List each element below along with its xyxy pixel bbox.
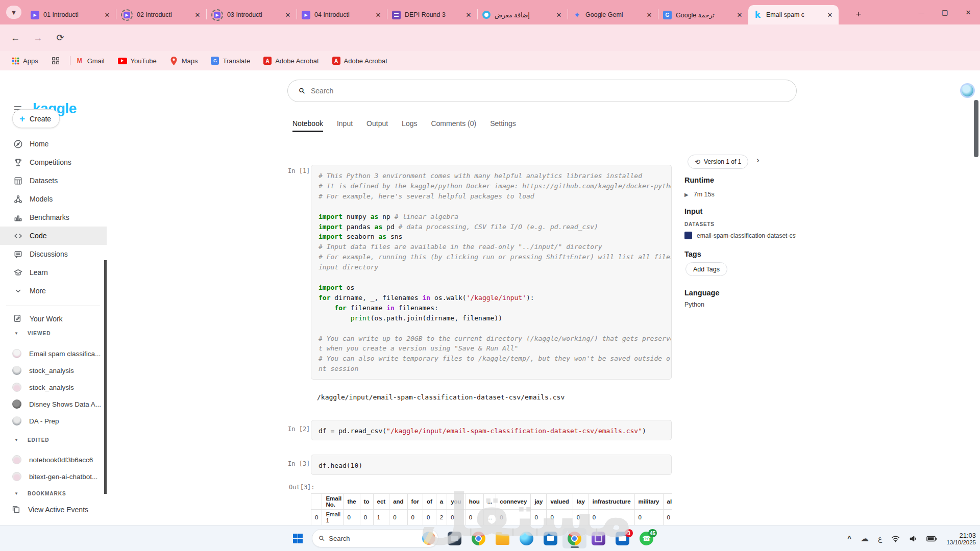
bookmark-youtube[interactable]: YouTube bbox=[118, 57, 157, 65]
page-scrollbar[interactable] bbox=[974, 100, 978, 157]
browser-tab[interactable]: Google ترجمة bbox=[658, 5, 748, 24]
view-active-events-link[interactable]: View Active Events bbox=[0, 502, 107, 518]
tray-chevron-icon[interactable]: ^ bbox=[847, 535, 851, 543]
tab-close-icon[interactable] bbox=[825, 10, 835, 19]
item-label: Email spam classifica... bbox=[29, 350, 101, 358]
list-item[interactable]: Email spam classifica... bbox=[0, 346, 107, 361]
list-item[interactable]: stock_analysis bbox=[0, 380, 107, 395]
bookmarks-section-header[interactable]: BOOKMARKS bbox=[0, 491, 107, 496]
list-item[interactable]: Disney Shows Data A... bbox=[0, 396, 107, 412]
tab-close-icon[interactable] bbox=[103, 10, 112, 19]
new-tab-button[interactable]: + bbox=[851, 7, 866, 21]
dataset-link[interactable]: email-spam-classification-dataset-csv bbox=[684, 232, 796, 239]
bookmark-adobe-acrobat[interactable]: Adobe Acrobat bbox=[263, 57, 318, 65]
taskbar-search[interactable]: Search bbox=[312, 529, 438, 547]
tab-settings[interactable]: Settings bbox=[490, 119, 516, 132]
start-button[interactable] bbox=[287, 528, 308, 548]
tab-close-icon[interactable] bbox=[735, 10, 744, 19]
sidebar-item-benchmarks[interactable]: Benchmarks bbox=[0, 208, 107, 227]
code-cell[interactable]: df = pd.read_csv("/kaggle/input/email-sp… bbox=[311, 420, 672, 440]
maximize-button[interactable] bbox=[933, 0, 957, 24]
browser-tab[interactable]: 01 Introducti bbox=[26, 5, 116, 24]
table-cell: 0 bbox=[423, 510, 436, 525]
tab-notebook[interactable]: Notebook bbox=[292, 119, 323, 132]
version-button[interactable]: Version 1 of 1 bbox=[688, 155, 748, 169]
list-item[interactable]: DA - Prep bbox=[0, 413, 107, 429]
add-tags-button[interactable]: Add Tags bbox=[685, 262, 727, 276]
code-cell[interactable]: # This Python 3 environment comes with m… bbox=[311, 165, 672, 380]
sidebar-item-discussions[interactable]: Discussions bbox=[0, 245, 107, 263]
list-item[interactable]: bitext-gen-ai-chatbot... bbox=[0, 469, 107, 484]
taskbar-app-chrome-active[interactable] bbox=[562, 528, 586, 548]
tab-output[interactable]: Output bbox=[366, 119, 388, 132]
bookmark-maps[interactable]: Maps bbox=[170, 57, 198, 65]
translate-favicon-icon bbox=[663, 11, 672, 19]
list-item[interactable]: stock_analysis bbox=[0, 363, 107, 378]
sidebar-item-home[interactable]: Home bbox=[0, 135, 107, 153]
tab-close-icon[interactable] bbox=[374, 10, 383, 19]
list-item[interactable]: notebook0df3b6acc6 bbox=[0, 452, 107, 467]
taskbar-app-chrome[interactable] bbox=[467, 528, 491, 548]
close-button[interactable] bbox=[957, 0, 980, 24]
tab-close-icon[interactable] bbox=[464, 10, 473, 19]
taskbar-app-mail[interactable]: 3 bbox=[610, 528, 634, 548]
version-next-chevron[interactable]: › bbox=[756, 155, 760, 165]
sidebar-item-datasets[interactable]: Datasets bbox=[0, 171, 107, 190]
taskbar-app-dark[interactable] bbox=[443, 528, 467, 548]
sidebar-item-competitions[interactable]: Competitions bbox=[0, 153, 107, 171]
bookmark-grid[interactable] bbox=[52, 57, 60, 65]
wifi-icon[interactable] bbox=[891, 535, 900, 542]
sidebar-scrollbar[interactable] bbox=[104, 260, 107, 494]
dataframe-output: Email No.thetoectandforofayouhou...conne… bbox=[311, 493, 672, 525]
tab-close-icon[interactable] bbox=[193, 10, 202, 19]
browser-tab[interactable]: إضافة معرض bbox=[477, 5, 568, 24]
browser-tab[interactable]: 02 Introducti bbox=[116, 5, 206, 24]
sidebar-item-more[interactable]: More bbox=[0, 282, 107, 300]
user-avatar[interactable] bbox=[962, 85, 973, 96]
kaggle-search-input[interactable]: Search bbox=[287, 80, 797, 102]
tab-title: 03 Introducti bbox=[227, 11, 281, 18]
create-button[interactable]: + Create bbox=[12, 109, 60, 128]
viewed-section-header[interactable]: VIEWED bbox=[0, 331, 107, 336]
code-line: # It is defined by the kaggle/python Doc… bbox=[318, 181, 664, 191]
volume-icon[interactable] bbox=[909, 535, 917, 542]
sidebar-item-code[interactable]: Code bbox=[0, 227, 107, 245]
browser-tab[interactable]: 04 Introducti bbox=[297, 5, 387, 24]
language-indicator[interactable]: ع bbox=[878, 535, 882, 543]
taskbar-app-edge[interactable] bbox=[514, 528, 538, 548]
browser-tab[interactable]: Google Gemi bbox=[568, 5, 658, 24]
tray-clock[interactable]: 21:03 13/10/2025 bbox=[946, 532, 976, 545]
taskbar-app-whatsapp[interactable]: 45 bbox=[634, 528, 658, 548]
reload-icon[interactable]: ⟳ bbox=[53, 31, 67, 45]
sidebar-item-your-work[interactable]: Your Work bbox=[0, 310, 107, 328]
onedrive-cloud-icon[interactable]: ☁ bbox=[861, 534, 869, 543]
bookmark-apps[interactable]: Apps bbox=[11, 57, 38, 65]
forward-icon[interactable]: → bbox=[31, 31, 45, 45]
tab-close-icon[interactable] bbox=[554, 10, 564, 19]
browser-tab[interactable]: DEPI Round 3 bbox=[387, 5, 477, 24]
browser-tab[interactable]: Email spam c bbox=[748, 5, 839, 24]
table-cell: 0 bbox=[547, 510, 573, 525]
language-value: Python bbox=[684, 301, 704, 308]
bookmark-adobe-acrobat[interactable]: Adobe Acrobat bbox=[332, 57, 387, 65]
sidebar-item-learn[interactable]: Learn bbox=[0, 263, 107, 282]
code-cell[interactable]: df.head(10) bbox=[311, 455, 672, 475]
bookmark-translate[interactable]: Translate bbox=[211, 57, 250, 65]
tab-input[interactable]: Input bbox=[337, 119, 353, 132]
tab-search-chevron-icon[interactable]: ▼ bbox=[6, 6, 21, 19]
browser-tab[interactable]: 03 Introducti bbox=[206, 5, 297, 24]
minimize-button[interactable] bbox=[910, 0, 933, 24]
tab-logs[interactable]: Logs bbox=[402, 119, 417, 132]
tab-close-icon[interactable] bbox=[645, 10, 654, 19]
battery-icon[interactable] bbox=[926, 536, 937, 542]
sidebar-item-models[interactable]: Models bbox=[0, 190, 107, 208]
bing-daily-icon[interactable] bbox=[422, 532, 435, 545]
taskbar-app-folder[interactable] bbox=[491, 528, 514, 548]
tab-close-icon[interactable] bbox=[283, 10, 292, 19]
bookmark-gmail[interactable]: Gmail bbox=[76, 57, 105, 65]
back-icon[interactable]: ← bbox=[8, 31, 22, 45]
taskbar-app-purple[interactable] bbox=[586, 528, 610, 548]
taskbar-app-store[interactable] bbox=[538, 528, 562, 548]
tab-comments-0-[interactable]: Comments (0) bbox=[431, 119, 476, 132]
edited-section-header[interactable]: EDITED bbox=[0, 437, 107, 443]
